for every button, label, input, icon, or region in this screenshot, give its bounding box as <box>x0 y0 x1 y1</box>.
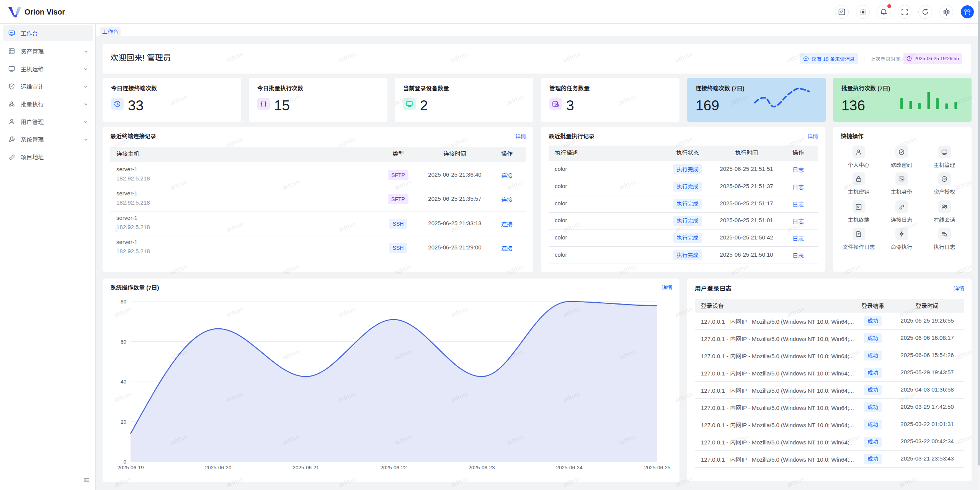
svg-text:40: 40 <box>121 379 126 385</box>
svg-text:2025-06-22: 2025-06-22 <box>380 465 407 470</box>
svg-text:2025-06-24: 2025-06-24 <box>556 465 583 470</box>
svg-text:20: 20 <box>121 419 126 425</box>
svg-text:2025-06-25: 2025-06-25 <box>644 465 670 470</box>
svg-text:0: 0 <box>123 459 126 465</box>
svg-text:2025-06-20: 2025-06-20 <box>205 465 231 470</box>
svg-text:80: 80 <box>121 299 126 305</box>
svg-text:2025-06-19: 2025-06-19 <box>117 465 144 470</box>
svg-text:2025-06-23: 2025-06-23 <box>468 465 495 470</box>
svg-text:60: 60 <box>121 339 126 345</box>
svg-text:2025-06-21: 2025-06-21 <box>292 465 319 470</box>
